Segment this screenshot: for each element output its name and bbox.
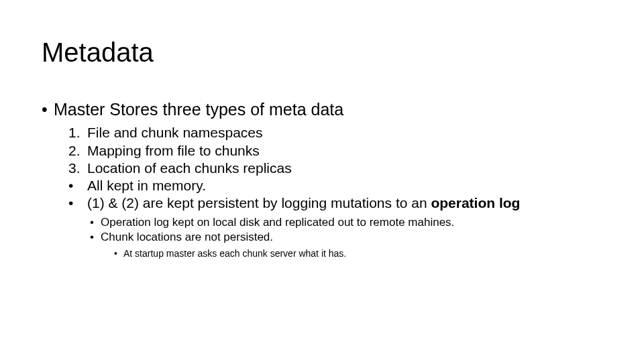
list-item: •Operation log kept on local disk and re… [90,215,617,230]
list-text: Location of each chunks replicas [87,160,292,176]
bullet-icon: • [42,99,54,120]
list-text: Operation log kept on local disk and rep… [101,216,454,229]
list-item: •All kept in memory. [68,177,617,194]
list-item: 2.Mapping from file to chunks [68,142,617,160]
list-item: •Chunk locations are not persisted. [90,230,617,245]
sub-list-level2: •At startup master asks each chunk serve… [114,247,617,259]
bullet-icon: • [90,230,101,245]
list-text: Mapping from file to chunks [87,143,260,158]
list-text-bold: operation log [431,195,520,210]
list-item: 3.Location of each chunks replicas [68,160,617,177]
list-item: •(1) & (2) are kept persistent by loggin… [68,194,617,212]
list-text: File and chunk namespaces [87,125,263,140]
list-item: 1.File and chunk namespaces [68,124,617,141]
slide-title: Metadata [42,38,154,68]
list-marker: 3. [68,160,87,177]
bullet-icon: • [68,194,87,212]
list-text: All kept in memory. [87,178,206,193]
numbered-list: 1.File and chunk namespaces 2.Mapping fr… [68,124,617,212]
list-marker: 1. [68,124,87,141]
sub-list-level1: •Operation log kept on local disk and re… [90,215,617,245]
bullet-level1: •Master Stores three types of meta data [42,99,617,120]
list-text-part-a: (1) & (2) are kept persistent by logging… [87,195,431,210]
slide-body: •Master Stores three types of meta data … [42,99,617,259]
bullet-icon: • [90,215,101,230]
list-text: At startup master asks each chunk server… [123,248,346,259]
bullet-icon: • [114,247,123,259]
list-marker: 2. [68,142,87,160]
bullet-icon: • [68,177,87,194]
level1-text: Master Stores three types of meta data [54,100,343,119]
list-text: Chunk locations are not persisted. [101,231,273,243]
slide: Metadata •Master Stores three types of m… [0,0,644,362]
list-item: •At startup master asks each chunk serve… [114,247,617,259]
